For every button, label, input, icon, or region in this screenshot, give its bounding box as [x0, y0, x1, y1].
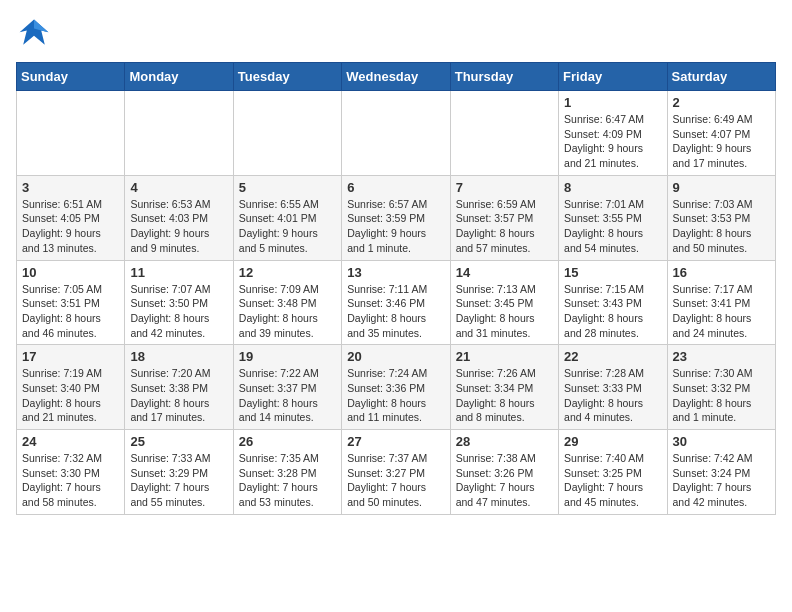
- calendar-cell: 2Sunrise: 6:49 AMSunset: 4:07 PMDaylight…: [667, 91, 775, 176]
- day-info: Sunrise: 7:03 AMSunset: 3:53 PMDaylight:…: [673, 197, 770, 256]
- day-number: 22: [564, 349, 661, 364]
- calendar-cell: 29Sunrise: 7:40 AMSunset: 3:25 PMDayligh…: [559, 430, 667, 515]
- calendar-header-row: SundayMondayTuesdayWednesdayThursdayFrid…: [17, 63, 776, 91]
- day-number: 13: [347, 265, 444, 280]
- day-info: Sunrise: 6:51 AMSunset: 4:05 PMDaylight:…: [22, 197, 119, 256]
- calendar-cell: 19Sunrise: 7:22 AMSunset: 3:37 PMDayligh…: [233, 345, 341, 430]
- day-number: 10: [22, 265, 119, 280]
- calendar-cell: 25Sunrise: 7:33 AMSunset: 3:29 PMDayligh…: [125, 430, 233, 515]
- calendar-cell: 9Sunrise: 7:03 AMSunset: 3:53 PMDaylight…: [667, 175, 775, 260]
- day-number: 2: [673, 95, 770, 110]
- calendar-cell: 14Sunrise: 7:13 AMSunset: 3:45 PMDayligh…: [450, 260, 558, 345]
- day-info: Sunrise: 7:40 AMSunset: 3:25 PMDaylight:…: [564, 451, 661, 510]
- day-info: Sunrise: 7:17 AMSunset: 3:41 PMDaylight:…: [673, 282, 770, 341]
- day-info: Sunrise: 7:15 AMSunset: 3:43 PMDaylight:…: [564, 282, 661, 341]
- day-info: Sunrise: 7:05 AMSunset: 3:51 PMDaylight:…: [22, 282, 119, 341]
- day-number: 5: [239, 180, 336, 195]
- day-header-tuesday: Tuesday: [233, 63, 341, 91]
- day-info: Sunrise: 7:09 AMSunset: 3:48 PMDaylight:…: [239, 282, 336, 341]
- calendar-cell: 4Sunrise: 6:53 AMSunset: 4:03 PMDaylight…: [125, 175, 233, 260]
- calendar-cell: 27Sunrise: 7:37 AMSunset: 3:27 PMDayligh…: [342, 430, 450, 515]
- day-info: Sunrise: 6:57 AMSunset: 3:59 PMDaylight:…: [347, 197, 444, 256]
- calendar-cell: 5Sunrise: 6:55 AMSunset: 4:01 PMDaylight…: [233, 175, 341, 260]
- day-number: 9: [673, 180, 770, 195]
- calendar-week-row: 10Sunrise: 7:05 AMSunset: 3:51 PMDayligh…: [17, 260, 776, 345]
- calendar-cell: 11Sunrise: 7:07 AMSunset: 3:50 PMDayligh…: [125, 260, 233, 345]
- calendar-cell: 22Sunrise: 7:28 AMSunset: 3:33 PMDayligh…: [559, 345, 667, 430]
- day-info: Sunrise: 7:20 AMSunset: 3:38 PMDaylight:…: [130, 366, 227, 425]
- day-info: Sunrise: 7:35 AMSunset: 3:28 PMDaylight:…: [239, 451, 336, 510]
- day-number: 3: [22, 180, 119, 195]
- day-header-monday: Monday: [125, 63, 233, 91]
- calendar-cell: [342, 91, 450, 176]
- day-info: Sunrise: 7:01 AMSunset: 3:55 PMDaylight:…: [564, 197, 661, 256]
- calendar-cell: 23Sunrise: 7:30 AMSunset: 3:32 PMDayligh…: [667, 345, 775, 430]
- day-info: Sunrise: 7:32 AMSunset: 3:30 PMDaylight:…: [22, 451, 119, 510]
- day-info: Sunrise: 7:26 AMSunset: 3:34 PMDaylight:…: [456, 366, 553, 425]
- calendar-cell: 30Sunrise: 7:42 AMSunset: 3:24 PMDayligh…: [667, 430, 775, 515]
- calendar-cell: 6Sunrise: 6:57 AMSunset: 3:59 PMDaylight…: [342, 175, 450, 260]
- day-number: 17: [22, 349, 119, 364]
- day-info: Sunrise: 7:33 AMSunset: 3:29 PMDaylight:…: [130, 451, 227, 510]
- day-info: Sunrise: 7:37 AMSunset: 3:27 PMDaylight:…: [347, 451, 444, 510]
- day-number: 26: [239, 434, 336, 449]
- calendar-table: SundayMondayTuesdayWednesdayThursdayFrid…: [16, 62, 776, 515]
- day-number: 24: [22, 434, 119, 449]
- day-info: Sunrise: 6:47 AMSunset: 4:09 PMDaylight:…: [564, 112, 661, 171]
- day-info: Sunrise: 7:13 AMSunset: 3:45 PMDaylight:…: [456, 282, 553, 341]
- calendar-cell: 8Sunrise: 7:01 AMSunset: 3:55 PMDaylight…: [559, 175, 667, 260]
- calendar-cell: 26Sunrise: 7:35 AMSunset: 3:28 PMDayligh…: [233, 430, 341, 515]
- calendar-cell: 15Sunrise: 7:15 AMSunset: 3:43 PMDayligh…: [559, 260, 667, 345]
- calendar-cell: 16Sunrise: 7:17 AMSunset: 3:41 PMDayligh…: [667, 260, 775, 345]
- day-number: 23: [673, 349, 770, 364]
- calendar-cell: [125, 91, 233, 176]
- page-header: [16, 16, 776, 52]
- day-header-thursday: Thursday: [450, 63, 558, 91]
- day-info: Sunrise: 7:19 AMSunset: 3:40 PMDaylight:…: [22, 366, 119, 425]
- day-info: Sunrise: 7:28 AMSunset: 3:33 PMDaylight:…: [564, 366, 661, 425]
- day-info: Sunrise: 6:55 AMSunset: 4:01 PMDaylight:…: [239, 197, 336, 256]
- day-info: Sunrise: 7:38 AMSunset: 3:26 PMDaylight:…: [456, 451, 553, 510]
- day-number: 18: [130, 349, 227, 364]
- day-info: Sunrise: 7:42 AMSunset: 3:24 PMDaylight:…: [673, 451, 770, 510]
- day-header-sunday: Sunday: [17, 63, 125, 91]
- day-number: 20: [347, 349, 444, 364]
- day-number: 19: [239, 349, 336, 364]
- day-number: 15: [564, 265, 661, 280]
- calendar-cell: 12Sunrise: 7:09 AMSunset: 3:48 PMDayligh…: [233, 260, 341, 345]
- day-number: 1: [564, 95, 661, 110]
- calendar-week-row: 1Sunrise: 6:47 AMSunset: 4:09 PMDaylight…: [17, 91, 776, 176]
- day-number: 11: [130, 265, 227, 280]
- day-number: 14: [456, 265, 553, 280]
- day-info: Sunrise: 7:30 AMSunset: 3:32 PMDaylight:…: [673, 366, 770, 425]
- day-number: 8: [564, 180, 661, 195]
- day-number: 12: [239, 265, 336, 280]
- calendar-cell: 3Sunrise: 6:51 AMSunset: 4:05 PMDaylight…: [17, 175, 125, 260]
- calendar-cell: 18Sunrise: 7:20 AMSunset: 3:38 PMDayligh…: [125, 345, 233, 430]
- calendar-cell: 20Sunrise: 7:24 AMSunset: 3:36 PMDayligh…: [342, 345, 450, 430]
- day-info: Sunrise: 7:24 AMSunset: 3:36 PMDaylight:…: [347, 366, 444, 425]
- calendar-week-row: 24Sunrise: 7:32 AMSunset: 3:30 PMDayligh…: [17, 430, 776, 515]
- calendar-cell: 7Sunrise: 6:59 AMSunset: 3:57 PMDaylight…: [450, 175, 558, 260]
- calendar-cell: [450, 91, 558, 176]
- logo-bird-icon: [16, 16, 52, 52]
- logo: [16, 16, 56, 52]
- day-number: 16: [673, 265, 770, 280]
- calendar-cell: 1Sunrise: 6:47 AMSunset: 4:09 PMDaylight…: [559, 91, 667, 176]
- day-number: 25: [130, 434, 227, 449]
- calendar-cell: 21Sunrise: 7:26 AMSunset: 3:34 PMDayligh…: [450, 345, 558, 430]
- calendar-week-row: 17Sunrise: 7:19 AMSunset: 3:40 PMDayligh…: [17, 345, 776, 430]
- day-number: 4: [130, 180, 227, 195]
- day-number: 27: [347, 434, 444, 449]
- day-number: 6: [347, 180, 444, 195]
- day-header-wednesday: Wednesday: [342, 63, 450, 91]
- day-info: Sunrise: 6:59 AMSunset: 3:57 PMDaylight:…: [456, 197, 553, 256]
- day-number: 30: [673, 434, 770, 449]
- day-number: 21: [456, 349, 553, 364]
- day-header-saturday: Saturday: [667, 63, 775, 91]
- day-number: 7: [456, 180, 553, 195]
- day-header-friday: Friday: [559, 63, 667, 91]
- day-info: Sunrise: 7:22 AMSunset: 3:37 PMDaylight:…: [239, 366, 336, 425]
- day-number: 28: [456, 434, 553, 449]
- day-info: Sunrise: 6:49 AMSunset: 4:07 PMDaylight:…: [673, 112, 770, 171]
